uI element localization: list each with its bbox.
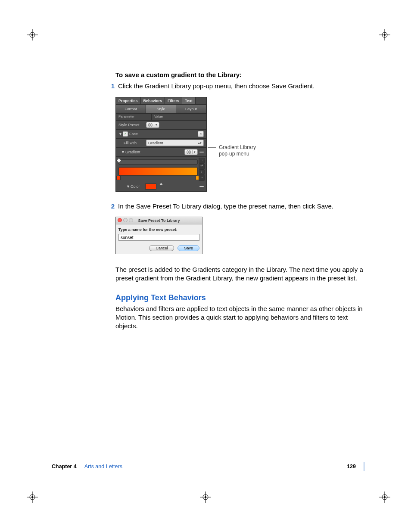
callout: Gradient Library pop-up menu bbox=[208, 144, 260, 158]
book-icon bbox=[148, 123, 153, 127]
fill-with-value: Gradient bbox=[148, 140, 163, 146]
fill-with-dropdown[interactable]: Gradient ▴▾ bbox=[146, 140, 204, 146]
svg-point-15 bbox=[384, 496, 386, 498]
minimize-icon bbox=[123, 218, 128, 222]
crop-mark-icon bbox=[379, 492, 390, 503]
preset-name-input[interactable] bbox=[118, 234, 199, 241]
section-heading: Applying Text Behaviors bbox=[115, 292, 368, 303]
opacity-track[interactable] bbox=[118, 159, 198, 165]
step-number: 1 bbox=[104, 82, 115, 90]
close-icon[interactable] bbox=[118, 218, 122, 222]
swap-icon[interactable]: ↕ bbox=[199, 169, 205, 175]
zoom-icon bbox=[129, 218, 133, 222]
row-fill-with: Fill with bbox=[124, 140, 146, 146]
disclosure-icon[interactable]: ▼ bbox=[126, 184, 130, 189]
inspector-figure: Properties Behaviors Filters Text Format… bbox=[115, 97, 262, 192]
page-number: 129 bbox=[347, 463, 356, 470]
style-preset-library-button[interactable]: ▾ bbox=[146, 122, 159, 128]
color-stop-start[interactable] bbox=[116, 176, 121, 180]
callout-label: Gradient Library pop-up menu bbox=[219, 144, 260, 158]
chapter-label: Chapter 4 bbox=[52, 463, 77, 470]
tab-behaviors[interactable]: Behaviors bbox=[141, 97, 165, 104]
inspector-panel: Properties Behaviors Filters Text Format… bbox=[115, 97, 207, 192]
svg-point-19 bbox=[205, 496, 206, 498]
save-preset-dialog: Save Preset To Library Type a name for t… bbox=[115, 217, 202, 254]
body-paragraph: The preset is added to the Gradients cat… bbox=[115, 265, 368, 283]
disclosure-icon[interactable]: ▼ bbox=[118, 131, 122, 137]
disclosure-icon[interactable]: ▼ bbox=[121, 149, 125, 155]
body-paragraph: Behaviors and filters are applied to tex… bbox=[115, 305, 368, 331]
midpoint-icon[interactable] bbox=[159, 183, 163, 185]
face-checkbox[interactable]: ✓ bbox=[123, 131, 128, 137]
svg-point-3 bbox=[31, 34, 33, 36]
chevron-updown-icon: ▴▾ bbox=[198, 141, 202, 144]
cancel-button[interactable]: Cancel bbox=[149, 245, 174, 251]
svg-point-7 bbox=[384, 34, 386, 36]
gradient-library-popup[interactable]: ▾ bbox=[184, 149, 198, 155]
row-face: Face bbox=[129, 131, 138, 137]
flip-icon[interactable]: ⇄ bbox=[199, 163, 205, 169]
reset-button[interactable]: × bbox=[198, 131, 204, 137]
crop-mark-icon bbox=[200, 492, 211, 503]
row-gradient: Gradient bbox=[125, 149, 140, 155]
row-color: Color bbox=[131, 184, 145, 189]
subtab-layout[interactable]: Layout bbox=[176, 105, 206, 113]
svg-point-11 bbox=[31, 496, 33, 498]
chapter-name: Arts and Letters bbox=[84, 463, 122, 470]
dialog-title: Save Preset To Library bbox=[138, 218, 180, 223]
gradient-editor[interactable]: → ⇄ ↕ → bbox=[116, 157, 206, 182]
gradient-bar[interactable] bbox=[118, 167, 198, 176]
column-parameter: Parameter bbox=[116, 114, 152, 120]
crop-mark-icon bbox=[379, 29, 390, 40]
row-style-preset: Style Preset bbox=[118, 122, 146, 128]
arrow-right-icon[interactable]: → bbox=[199, 158, 205, 164]
color-swatch[interactable] bbox=[145, 184, 156, 190]
tab-filters[interactable]: Filters bbox=[165, 97, 182, 104]
column-value: Value bbox=[152, 114, 165, 120]
collapse-icon[interactable] bbox=[199, 152, 204, 152]
subtab-style[interactable]: Style bbox=[146, 105, 176, 113]
crop-mark-icon bbox=[27, 29, 38, 40]
step-text: Click the Gradient Library pop-up menu, … bbox=[118, 82, 368, 90]
arrow-right-icon[interactable]: → bbox=[199, 175, 205, 181]
color-track[interactable] bbox=[118, 176, 198, 179]
dialog-figure: Save Preset To Library Type a name for t… bbox=[115, 217, 368, 254]
subtab-format[interactable]: Format bbox=[116, 105, 146, 113]
dialog-prompt: Type a name for the new preset: bbox=[118, 227, 199, 232]
save-button[interactable]: Save bbox=[177, 245, 199, 251]
book-icon bbox=[187, 150, 191, 154]
procedure-heading: To save a custom gradient to the Library… bbox=[115, 71, 368, 79]
tab-text[interactable]: Text bbox=[182, 97, 196, 104]
step-text: In the Save Preset To Library dialog, ty… bbox=[118, 202, 368, 211]
tab-properties[interactable]: Properties bbox=[116, 97, 141, 104]
step-number: 2 bbox=[104, 202, 115, 211]
crop-mark-icon bbox=[27, 492, 38, 503]
collapse-icon[interactable] bbox=[199, 186, 204, 187]
